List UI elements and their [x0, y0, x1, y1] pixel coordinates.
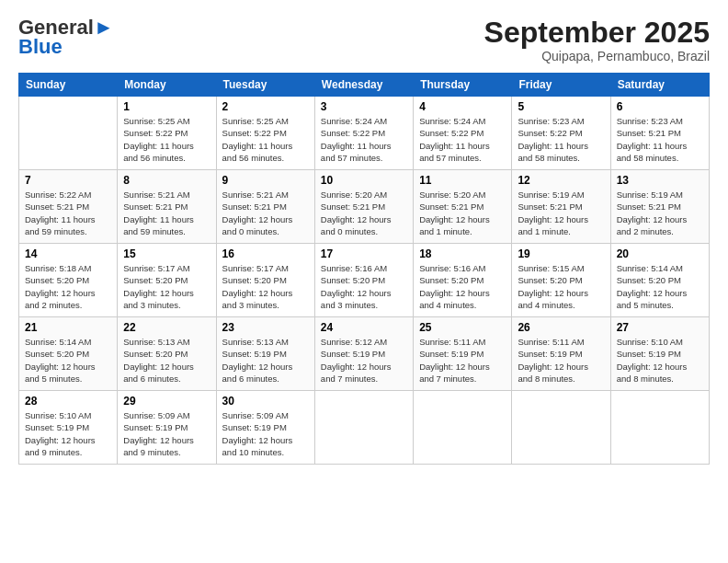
- calendar-cell: 25Sunrise: 5:11 AMSunset: 5:19 PMDayligh…: [414, 317, 512, 391]
- day-info: Sunrise: 5:17 AMSunset: 5:20 PMDaylight:…: [123, 262, 210, 311]
- calendar-cell: 17Sunrise: 5:16 AMSunset: 5:20 PMDayligh…: [314, 244, 413, 317]
- calendar-cell: 2Sunrise: 5:25 AMSunset: 5:22 PMDaylight…: [216, 97, 314, 170]
- day-info: Sunrise: 5:09 AMSunset: 5:19 PMDaylight:…: [222, 409, 309, 458]
- calendar-cell: 18Sunrise: 5:16 AMSunset: 5:20 PMDayligh…: [414, 244, 512, 317]
- location-subtitle: Quipapa, Pernambuco, Brazil: [484, 49, 710, 63]
- calendar-cell: 28Sunrise: 5:10 AMSunset: 5:19 PMDayligh…: [19, 391, 118, 465]
- day-number: 5: [518, 100, 604, 113]
- header: General► Blue September 2025 Quipapa, Pe…: [18, 17, 710, 63]
- day-number: 22: [123, 321, 210, 334]
- col-thursday: Thursday: [414, 74, 512, 97]
- day-number: 30: [222, 395, 309, 408]
- day-number: 8: [123, 174, 210, 187]
- day-info: Sunrise: 5:11 AMSunset: 5:19 PMDaylight:…: [419, 336, 506, 385]
- title-area: September 2025 Quipapa, Pernambuco, Braz…: [484, 17, 710, 63]
- day-number: 4: [419, 100, 506, 113]
- calendar-cell: 8Sunrise: 5:21 AMSunset: 5:21 PMDaylight…: [118, 170, 216, 244]
- day-number: 20: [617, 247, 703, 260]
- calendar-cell: 16Sunrise: 5:17 AMSunset: 5:20 PMDayligh…: [216, 244, 314, 317]
- calendar-cell: [414, 391, 512, 465]
- day-info: Sunrise: 5:19 AMSunset: 5:21 PMDaylight:…: [617, 189, 703, 237]
- day-info: Sunrise: 5:21 AMSunset: 5:21 PMDaylight:…: [123, 189, 210, 237]
- day-number: 6: [617, 100, 703, 113]
- calendar-cell: 4Sunrise: 5:24 AMSunset: 5:22 PMDaylight…: [414, 97, 512, 170]
- day-info: Sunrise: 5:23 AMSunset: 5:21 PMDaylight:…: [617, 115, 703, 164]
- day-number: 18: [419, 247, 506, 260]
- calendar-week-row: 28Sunrise: 5:10 AMSunset: 5:19 PMDayligh…: [19, 391, 710, 465]
- calendar-header-row: Sunday Monday Tuesday Wednesday Thursday…: [19, 74, 710, 97]
- col-monday: Monday: [118, 74, 216, 97]
- day-info: Sunrise: 5:10 AMSunset: 5:19 PMDaylight:…: [617, 336, 703, 385]
- day-info: Sunrise: 5:09 AMSunset: 5:19 PMDaylight:…: [123, 409, 210, 458]
- day-info: Sunrise: 5:13 AMSunset: 5:20 PMDaylight:…: [123, 336, 210, 385]
- calendar-cell: [19, 97, 118, 170]
- day-number: 27: [617, 321, 703, 334]
- day-info: Sunrise: 5:21 AMSunset: 5:21 PMDaylight:…: [222, 189, 309, 237]
- calendar-cell: 9Sunrise: 5:21 AMSunset: 5:21 PMDaylight…: [216, 170, 314, 244]
- day-info: Sunrise: 5:14 AMSunset: 5:20 PMDaylight:…: [617, 262, 703, 311]
- day-info: Sunrise: 5:10 AMSunset: 5:19 PMDaylight:…: [25, 409, 111, 458]
- col-friday: Friday: [512, 74, 610, 97]
- day-number: 23: [222, 321, 309, 334]
- calendar-cell: 21Sunrise: 5:14 AMSunset: 5:20 PMDayligh…: [19, 317, 118, 391]
- calendar-cell: [314, 391, 413, 465]
- day-number: 26: [518, 321, 604, 334]
- calendar-cell: 26Sunrise: 5:11 AMSunset: 5:19 PMDayligh…: [512, 317, 610, 391]
- logo-blue: Blue: [18, 35, 63, 59]
- col-saturday: Saturday: [610, 74, 709, 97]
- calendar-cell: [610, 391, 709, 465]
- col-wednesday: Wednesday: [314, 74, 413, 97]
- calendar-cell: [512, 391, 610, 465]
- day-info: Sunrise: 5:15 AMSunset: 5:20 PMDaylight:…: [518, 262, 604, 311]
- logo: General► Blue: [18, 17, 114, 59]
- calendar-cell: 10Sunrise: 5:20 AMSunset: 5:21 PMDayligh…: [314, 170, 413, 244]
- day-number: 3: [321, 100, 407, 113]
- day-info: Sunrise: 5:14 AMSunset: 5:20 PMDaylight:…: [25, 336, 111, 385]
- day-number: 28: [25, 395, 111, 408]
- calendar-cell: 30Sunrise: 5:09 AMSunset: 5:19 PMDayligh…: [216, 391, 314, 465]
- calendar-week-row: 7Sunrise: 5:22 AMSunset: 5:21 PMDaylight…: [19, 170, 710, 244]
- day-info: Sunrise: 5:16 AMSunset: 5:20 PMDaylight:…: [419, 262, 506, 311]
- month-title: September 2025: [484, 17, 710, 49]
- day-number: 9: [222, 174, 309, 187]
- calendar-cell: 24Sunrise: 5:12 AMSunset: 5:19 PMDayligh…: [314, 317, 413, 391]
- calendar-cell: 14Sunrise: 5:18 AMSunset: 5:20 PMDayligh…: [19, 244, 118, 317]
- calendar-week-row: 1Sunrise: 5:25 AMSunset: 5:22 PMDaylight…: [19, 97, 710, 170]
- calendar-cell: 23Sunrise: 5:13 AMSunset: 5:19 PMDayligh…: [216, 317, 314, 391]
- day-info: Sunrise: 5:23 AMSunset: 5:22 PMDaylight:…: [518, 115, 604, 164]
- day-info: Sunrise: 5:20 AMSunset: 5:21 PMDaylight:…: [419, 189, 506, 237]
- calendar-week-row: 14Sunrise: 5:18 AMSunset: 5:20 PMDayligh…: [19, 244, 710, 317]
- day-number: 13: [617, 174, 703, 187]
- day-number: 25: [419, 321, 506, 334]
- day-number: 7: [25, 174, 111, 187]
- day-number: 19: [518, 247, 604, 260]
- day-info: Sunrise: 5:17 AMSunset: 5:20 PMDaylight:…: [222, 262, 309, 311]
- calendar-cell: 11Sunrise: 5:20 AMSunset: 5:21 PMDayligh…: [414, 170, 512, 244]
- calendar-cell: 7Sunrise: 5:22 AMSunset: 5:21 PMDaylight…: [19, 170, 118, 244]
- calendar-cell: 20Sunrise: 5:14 AMSunset: 5:20 PMDayligh…: [610, 244, 709, 317]
- day-number: 11: [419, 174, 506, 187]
- day-number: 17: [321, 247, 407, 260]
- day-number: 2: [222, 100, 309, 113]
- col-tuesday: Tuesday: [216, 74, 314, 97]
- calendar-week-row: 21Sunrise: 5:14 AMSunset: 5:20 PMDayligh…: [19, 317, 710, 391]
- calendar-cell: 27Sunrise: 5:10 AMSunset: 5:19 PMDayligh…: [610, 317, 709, 391]
- day-info: Sunrise: 5:12 AMSunset: 5:19 PMDaylight:…: [321, 336, 407, 385]
- day-info: Sunrise: 5:11 AMSunset: 5:19 PMDaylight:…: [518, 336, 604, 385]
- day-info: Sunrise: 5:24 AMSunset: 5:22 PMDaylight:…: [321, 115, 407, 164]
- calendar-cell: 19Sunrise: 5:15 AMSunset: 5:20 PMDayligh…: [512, 244, 610, 317]
- calendar-table: Sunday Monday Tuesday Wednesday Thursday…: [18, 73, 710, 465]
- day-info: Sunrise: 5:20 AMSunset: 5:21 PMDaylight:…: [321, 189, 407, 237]
- day-number: 12: [518, 174, 604, 187]
- day-info: Sunrise: 5:22 AMSunset: 5:21 PMDaylight:…: [25, 189, 111, 237]
- day-info: Sunrise: 5:25 AMSunset: 5:22 PMDaylight:…: [222, 115, 309, 164]
- day-number: 16: [222, 247, 309, 260]
- day-number: 14: [25, 247, 111, 260]
- page: General► Blue September 2025 Quipapa, Pe…: [0, 0, 728, 563]
- calendar-cell: 1Sunrise: 5:25 AMSunset: 5:22 PMDaylight…: [118, 97, 216, 170]
- calendar-cell: 13Sunrise: 5:19 AMSunset: 5:21 PMDayligh…: [610, 170, 709, 244]
- day-number: 29: [123, 395, 210, 408]
- day-info: Sunrise: 5:19 AMSunset: 5:21 PMDaylight:…: [518, 189, 604, 237]
- day-info: Sunrise: 5:25 AMSunset: 5:22 PMDaylight:…: [123, 115, 210, 164]
- day-number: 21: [25, 321, 111, 334]
